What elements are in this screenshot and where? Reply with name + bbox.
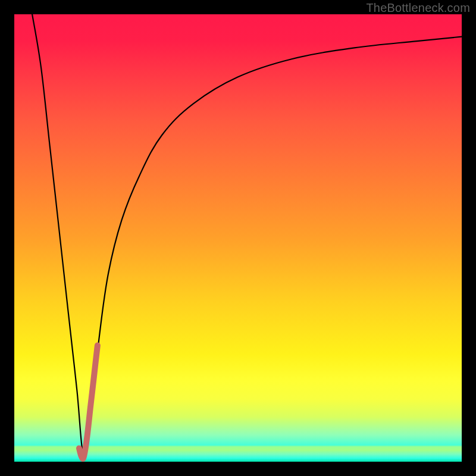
bottleneck-curve-path [32, 14, 462, 458]
attribution-label: TheBottleneck.com [366, 1, 470, 15]
curve-layer [14, 14, 462, 462]
plot-area [14, 14, 462, 462]
chart-frame: TheBottleneck.com [0, 0, 476, 476]
